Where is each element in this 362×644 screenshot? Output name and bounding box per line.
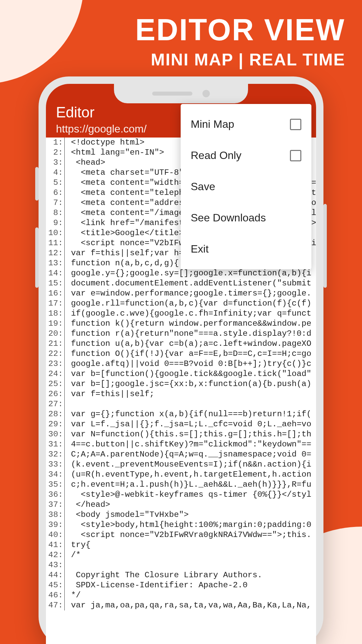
code-line[interactable]: 37: </head> (46, 500, 316, 510)
code-line[interactable]: 23: google.aftq)||void 0===B?void 0:B[b+… (46, 359, 316, 369)
line-content[interactable]: <!doctype html> (65, 138, 144, 148)
line-content[interactable]: c;h.event=H;a.l.push(h)}L._aeh&&L._aeh(h… (65, 480, 311, 490)
line-number: 6: (46, 188, 65, 198)
line-content[interactable]: try{ (65, 540, 90, 550)
decor-circle-top-left (0, 0, 84, 84)
line-content[interactable] (65, 560, 71, 570)
code-line[interactable]: 40: <script nonce="V2bIFwRVra0gkNRAi7VWd… (46, 530, 316, 540)
line-content[interactable]: (k.event._preventMouseEvents=I);if(n&&n.… (65, 460, 311, 470)
line-number: 44: (46, 570, 65, 580)
code-line[interactable]: 31: 4==c.button||c.shiftKey)?m="clickmod… (46, 439, 316, 449)
menu-item-exit[interactable]: Exit (181, 233, 311, 265)
line-content[interactable]: SPDX-License-Identifier: Apache-2.0 (65, 580, 248, 590)
line-content[interactable]: var L=f._jsa||{};f._jsa=L;L._cfc=void 0;… (65, 419, 311, 429)
code-line[interactable]: 18: if(google.c.wve){google.c.fh=Infinit… (46, 309, 316, 319)
line-content[interactable]: /* (65, 550, 81, 560)
code-line[interactable]: 36: <style>@-webkit-keyframes qs-timer {… (46, 490, 316, 500)
line-content[interactable]: <script nonce="V2bIFwRVra0gkNRAi7VWdw=="… (65, 530, 311, 540)
code-line[interactable]: 38: <body jsmodel="TvHxbe"> (46, 510, 316, 520)
code-line[interactable]: 30: var N=function(){this.s=[];this.g=[]… (46, 429, 316, 439)
line-content[interactable]: C;A;A=A.parentNode){q=A;w=q.__jsnamespac… (65, 449, 311, 460)
code-line[interactable]: 32: C;A;A=A.parentNode){q=A;w=q.__jsname… (46, 449, 316, 460)
line-content[interactable]: if(google.c.wve){google.c.fh=Infinity;va… (65, 309, 311, 319)
menu-item-readonly[interactable]: Read Only (181, 140, 311, 171)
code-line[interactable]: 26: var f=this||self; (46, 389, 316, 399)
code-line[interactable]: 34: (u=R(h.eventType,h.event,h.targetEle… (46, 470, 316, 480)
menu-item-downloads[interactable]: See Downloads (181, 202, 311, 233)
line-number: 24: (46, 369, 65, 379)
code-line[interactable]: 29: var L=f._jsa||{};f._jsa=L;L._cfc=voi… (46, 419, 316, 429)
checkbox-icon[interactable] (290, 119, 301, 130)
line-content[interactable]: <style>@-webkit-keyframes qs-timer {0%{}… (65, 490, 311, 500)
line-number: 20: (46, 329, 65, 339)
line-content[interactable]: var e=window.performance;google.timers={… (65, 288, 311, 299)
line-content[interactable]: (u=R(h.eventType,h.event,h.targetElement… (65, 470, 311, 480)
line-content[interactable]: function n(a,b,c,d,g){ (65, 258, 179, 268)
menu-item-save[interactable]: Save (181, 171, 311, 202)
checkbox-icon[interactable] (290, 150, 301, 161)
line-number: 35: (46, 480, 65, 490)
line-number: 7: (46, 198, 65, 208)
line-content[interactable]: 4==c.button||c.shiftKey)?m="clickmod":"k… (65, 439, 311, 449)
code-line[interactable]: 22: function O(){if(!J){var a=F==E,b=D==… (46, 349, 316, 359)
line-content[interactable]: function O(){if(!J){var a=F==E,b=D==C,c=… (65, 349, 311, 359)
code-line[interactable]: 15: document.documentElement.addEventLis… (46, 278, 316, 288)
line-content[interactable]: Copyright The Closure Library Authors. (65, 570, 262, 580)
phone-button-right (323, 204, 327, 288)
line-content[interactable]: google.y={};google.sy=[];google.x=functi… (65, 268, 311, 278)
line-content[interactable]: var f=this||self; (65, 389, 154, 399)
phone-speaker (152, 92, 192, 96)
line-content[interactable]: var N=function(){this.s=[];this.g=[];thi… (65, 429, 311, 439)
code-line[interactable]: 25: var b=[];google.jsc={xx:b,x:function… (46, 379, 316, 389)
line-number: 19: (46, 319, 65, 329)
code-line[interactable]: 42: /* (46, 550, 316, 560)
line-content[interactable]: <title>Google</title> (65, 228, 184, 238)
code-line[interactable]: 28: var g={};function x(a,b){if(null===b… (46, 409, 316, 419)
line-number: 33: (46, 460, 65, 470)
headline-title: EDITOR VIEW (135, 13, 345, 47)
code-line[interactable]: 20: function r(a){return"none"===a.style… (46, 329, 316, 339)
code-line[interactable]: 16: var e=window.performance;google.time… (46, 288, 316, 299)
code-line[interactable]: 47: var ja,ma,oa,pa,qa,ra,sa,ta,va,wa,Aa… (46, 600, 316, 610)
line-content[interactable]: var b=[function(){google.tick&&google.ti… (65, 369, 311, 379)
line-content[interactable]: google.aftq)||void 0===B?void 0:B[b++];)… (65, 359, 311, 369)
code-line[interactable]: 27: (46, 399, 316, 409)
line-content[interactable]: document.documentElement.addEventListene… (65, 278, 311, 288)
code-line[interactable]: 41: try{ (46, 540, 316, 550)
line-content[interactable]: <style>body,html{height:100%;margin:0;pa… (65, 520, 311, 530)
code-line[interactable]: 19: function k(){return window.performan… (46, 319, 316, 329)
menu-item-minimap[interactable]: Mini Map (181, 109, 311, 140)
line-content[interactable]: <html lang="en-IN"> (65, 148, 164, 158)
code-line[interactable]: 46: */ (46, 590, 316, 600)
line-number: 47: (46, 600, 65, 610)
code-line[interactable]: 39: <style>body,html{height:100%;margin:… (46, 520, 316, 530)
line-number: 45: (46, 580, 65, 590)
line-content[interactable]: var ja,ma,oa,pa,qa,ra,sa,ta,va,wa,Aa,Ba,… (65, 600, 311, 610)
code-line[interactable]: 33: (k.event._preventMouseEvents=I);if(n… (46, 460, 316, 470)
line-content[interactable]: </head> (65, 500, 110, 510)
line-number: 36: (46, 490, 65, 500)
line-content[interactable]: */ (65, 590, 81, 600)
code-line[interactable]: 24: var b=[function(){google.tick&&googl… (46, 369, 316, 379)
line-content[interactable]: var b=[];google.jsc={xx:b,x:function(a){… (65, 379, 311, 389)
line-content[interactable]: <head> (65, 158, 105, 168)
phone-camera (202, 90, 210, 97)
code-line[interactable]: 17: google.rll=function(a,b,c){var d=fun… (46, 299, 316, 309)
code-line[interactable]: 43: (46, 560, 316, 570)
code-line[interactable]: 35: c;h.event=H;a.l.push(h)}L._aeh&&L._a… (46, 480, 316, 490)
line-content[interactable]: <body jsmodel="TvHxbe"> (65, 510, 189, 520)
line-number: 12: (46, 248, 65, 258)
line-content[interactable]: function u(a,b){var c=b(a);a=c.left+wind… (65, 339, 311, 349)
line-number: 11: (46, 238, 65, 248)
code-line[interactable]: 14: google.y={};google.sy=[];google.x=fu… (46, 268, 316, 278)
line-number: 10: (46, 228, 65, 238)
line-content[interactable]: var g={};function x(a,b){if(null===b)ret… (65, 409, 311, 419)
line-content[interactable]: function k(){return window.performance&&… (65, 319, 311, 329)
line-content[interactable]: google.rll=function(a,b,c){var d=functio… (65, 299, 311, 309)
line-content[interactable]: function r(a){return"none"===a.style.dis… (65, 329, 311, 339)
code-line[interactable]: 45: SPDX-License-Identifier: Apache-2.0 (46, 580, 316, 590)
code-line[interactable]: 44: Copyright The Closure Library Author… (46, 570, 316, 580)
line-content[interactable]: <meta charset="UTF-8"> (65, 168, 189, 178)
code-line[interactable]: 21: function u(a,b){var c=b(a);a=c.left+… (46, 339, 316, 349)
line-content[interactable] (65, 399, 71, 409)
